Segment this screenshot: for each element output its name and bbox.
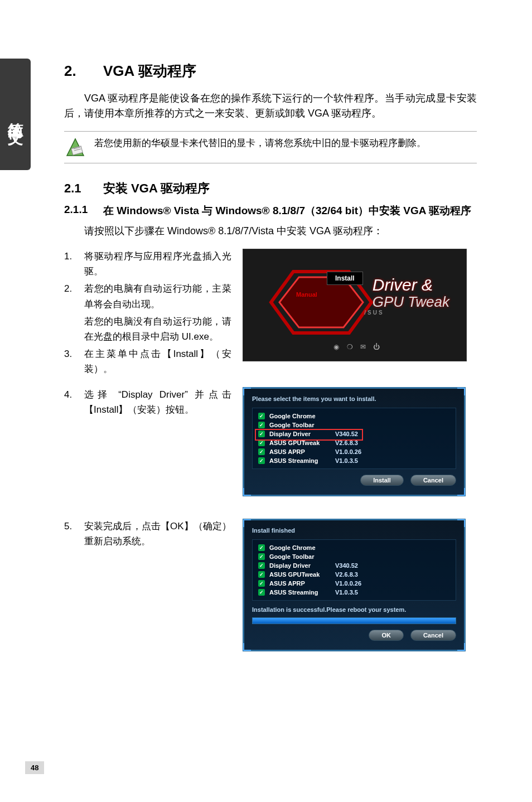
- checkbox-icon[interactable]: ✓: [258, 571, 265, 578]
- step-subtext: 若您的电脑没有自动运行功能，请在光盘的根目录中启动 UI.exe。: [84, 314, 231, 344]
- step-text: 若您的电脑有自动运行功能，主菜单将会自动出现。 若您的电脑没有自动运行功能，请在…: [84, 281, 231, 344]
- list-item[interactable]: ✓ASUS GPUTweakV2.6.8.3: [258, 570, 450, 579]
- item-version: V1.0.3.5: [335, 457, 358, 464]
- page-number: 48: [25, 761, 44, 774]
- globe-icon[interactable]: ❍: [346, 343, 354, 351]
- progress-bar: [252, 617, 456, 624]
- list-item[interactable]: ✓Google Toolbar: [258, 421, 450, 429]
- section-number: 2.: [64, 62, 103, 80]
- subsubsection-number: 2.1.1: [64, 204, 103, 218]
- step-item: 1. 将驱动程序与应用程序光盘插入光驱。: [64, 249, 231, 279]
- asus-brand-text: /SUS: [338, 310, 410, 318]
- step-text: 将驱动程序与应用程序光盘插入光驱。: [84, 249, 231, 279]
- corner-decoration: [243, 488, 251, 496]
- mail-icon[interactable]: ✉: [359, 343, 367, 351]
- logo-line-2: GPU Tweak: [373, 293, 449, 310]
- list-item[interactable]: ✓ASUS APRPV1.0.0.26: [258, 579, 450, 588]
- screenshot-install-finished: Install finished ✓Google Chrome✓Google T…: [243, 519, 466, 651]
- item-name: Display Driver: [269, 562, 331, 569]
- install-tab[interactable]: Install: [327, 272, 363, 285]
- item-name: Google Chrome: [269, 413, 331, 419]
- intro-paragraph: VGA 驱动程序是能使设备在您的操作系统下运行的一个软件程序。当手动完成显卡安装…: [64, 91, 477, 121]
- ok-button[interactable]: OK: [369, 630, 404, 641]
- checkbox-icon[interactable]: ✓: [258, 544, 265, 551]
- list-item[interactable]: ✓ASUS GPUTweakV2.6.8.3: [258, 438, 450, 447]
- success-message: Installation is successful.Please reboot…: [252, 606, 456, 613]
- install-item-list: ✓Google Chrome✓Google Toolbar✓Display Dr…: [252, 408, 456, 469]
- corner-decoration: [457, 388, 465, 395]
- step-4-block: 4. 选择 “Display Driver” 并点击【Install】（安装）按…: [64, 387, 477, 496]
- progress-fill: [253, 618, 456, 624]
- item-version: V1.0.0.26: [335, 580, 361, 587]
- checkbox-icon[interactable]: ✓: [258, 431, 265, 437]
- subsection-title: 安装 VGA 驱动程序: [103, 181, 210, 195]
- note-box: 若您使用新的华硕显卡来代替旧的显卡，请将您系统中旧的显卡驱动程序删除。: [64, 131, 477, 163]
- corner-decoration: [243, 643, 251, 651]
- list-item[interactable]: ✓ASUS APRPV1.0.0.26: [258, 447, 450, 456]
- cancel-button[interactable]: Cancel: [410, 475, 456, 486]
- manual-tab[interactable]: Manual: [296, 291, 317, 298]
- page-content: 2.VGA 驱动程序 VGA 驱动程序是能使设备在您的操作系统下运行的一个软件程…: [64, 61, 477, 651]
- item-name: Google Chrome: [269, 544, 331, 551]
- step-number: 2.: [64, 281, 84, 344]
- language-side-tab: 简体中文: [0, 59, 31, 170]
- checkbox-icon[interactable]: ✓: [258, 448, 265, 455]
- checkbox-icon[interactable]: ✓: [258, 580, 265, 587]
- corner-decoration: [457, 643, 465, 651]
- checkbox-icon[interactable]: ✓: [258, 439, 265, 446]
- item-version: V2.6.8.3: [335, 571, 358, 578]
- list-item[interactable]: ✓ASUS StreamingV1.0.3.5: [258, 456, 450, 465]
- button-row: OK Cancel: [252, 630, 456, 641]
- step-item: 5. 安装完成后，点击【OK】（确定）重新启动系统。: [64, 519, 231, 549]
- checkbox-icon[interactable]: ✓: [258, 562, 265, 569]
- install-button[interactable]: Install: [360, 475, 404, 486]
- list-item[interactable]: ✓Display DriverV340.52: [258, 561, 450, 570]
- corner-decoration: [243, 519, 251, 527]
- corner-decoration: [457, 488, 465, 496]
- item-version: V2.6.8.3: [335, 439, 358, 446]
- list-item[interactable]: ✓ASUS StreamingV1.0.3.5: [258, 588, 450, 597]
- note-icon: [64, 136, 86, 158]
- subsubsection-title: 在 Windows® Vista 与 Windows® 8.1/8/7（32/6…: [103, 204, 477, 218]
- power-icon[interactable]: ⏻: [373, 343, 380, 351]
- checkbox-icon[interactable]: ✓: [258, 457, 265, 464]
- item-name: ASUS Streaming: [269, 457, 331, 464]
- list-item[interactable]: ✓Google Chrome: [258, 412, 450, 421]
- corner-decoration: [243, 388, 251, 395]
- item-name: ASUS GPUTweak: [269, 439, 331, 446]
- steps-1-to-3-block: 1. 将驱动程序与应用程序光盘插入光驱。 2. 若您的电脑有自动运行功能，主菜单…: [64, 249, 477, 379]
- item-name: ASUS Streaming: [269, 589, 331, 596]
- checkbox-icon[interactable]: ✓: [258, 589, 265, 596]
- checkbox-icon[interactable]: ✓: [258, 422, 265, 428]
- item-version: V1.0.0.26: [335, 448, 361, 455]
- step-number: 4.: [64, 387, 84, 417]
- item-name: Google Toolbar: [269, 553, 331, 560]
- step-number: 5.: [64, 519, 84, 549]
- list-item[interactable]: ✓Google Chrome: [258, 543, 450, 552]
- dialog-title: Install finished: [252, 527, 456, 534]
- step-text: 选择 “Display Driver” 并点击【Install】（安装）按钮。: [84, 387, 231, 417]
- step-number: 3.: [64, 346, 84, 376]
- step-text: 在主菜单中点击【Install】（安装）。: [84, 346, 231, 376]
- subsection-number: 2.1: [64, 181, 103, 196]
- item-name: Display Driver: [269, 431, 331, 437]
- list-item[interactable]: ✓Google Toolbar: [258, 552, 450, 561]
- step-item: 3. 在主菜单中点击【Install】（安装）。: [64, 346, 231, 376]
- step-item: 4. 选择 “Display Driver” 并点击【Install】（安装）按…: [64, 387, 231, 417]
- step-item: 2. 若您的电脑有自动运行功能，主菜单将会自动出现。 若您的电脑没有自动运行功能…: [64, 281, 231, 344]
- item-version: V340.52: [335, 562, 358, 569]
- list-item[interactable]: ✓Display DriverV340.52: [258, 429, 450, 438]
- disc-icon[interactable]: ◉: [332, 343, 340, 351]
- checkbox-icon[interactable]: ✓: [258, 413, 265, 419]
- checkbox-icon[interactable]: ✓: [258, 553, 265, 560]
- install-item-list: ✓Google Chrome✓Google Toolbar✓Display Dr…: [252, 539, 456, 601]
- note-text: 若您使用新的华硕显卡来代替旧的显卡，请将您系统中旧的显卡驱动程序删除。: [94, 136, 477, 151]
- screenshot-main-menu: Install Manual Driver & GPU Tweak /SUS ◉…: [243, 249, 467, 361]
- cancel-button[interactable]: Cancel: [410, 630, 456, 641]
- item-name: Google Toolbar: [269, 422, 331, 428]
- product-logo-text: Driver & GPU Tweak: [373, 277, 449, 309]
- step-text: 安装完成后，点击【OK】（确定）重新启动系统。: [84, 519, 231, 549]
- bottom-icon-row: ◉ ❍ ✉ ⏻: [332, 343, 380, 351]
- item-name: ASUS APRP: [269, 580, 331, 587]
- section-title: VGA 驱动程序: [103, 62, 196, 79]
